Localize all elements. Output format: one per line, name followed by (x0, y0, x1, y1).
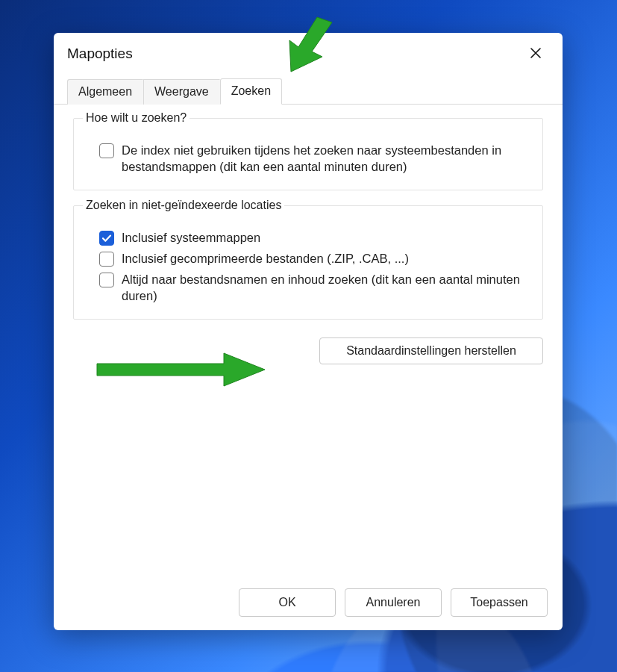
folder-options-dialog: Mapopties Algemeen Weergave Zoeken Hoe w… (54, 33, 563, 630)
dialog-title: Mapopties (67, 46, 133, 62)
desktop-background: Mapopties Algemeen Weergave Zoeken Hoe w… (0, 0, 617, 672)
group-non-indexed: Zoeken in niet-geïndexeerde locaties Inc… (73, 205, 543, 320)
dialog-footer: OK Annuleren Toepassen (54, 578, 563, 630)
ok-button[interactable]: OK (239, 588, 336, 617)
tab-strip: Algemeen Weergave Zoeken (54, 78, 563, 105)
restore-row: Standaardinstellingen herstellen (73, 335, 543, 364)
option-no-index: De index niet gebruiken tijdens het zoek… (84, 140, 532, 178)
apply-button[interactable]: Toepassen (451, 588, 548, 617)
cancel-button[interactable]: Annuleren (345, 588, 442, 617)
close-button[interactable] (522, 43, 549, 64)
option-always-names: Altijd naar bestandsnamen en inhoud zoek… (84, 269, 532, 307)
group-how-to-search: Hoe wilt u zoeken? De index niet gebruik… (73, 118, 543, 190)
group-how-to-search-legend: Hoe wilt u zoeken? (83, 111, 190, 125)
group-non-indexed-legend: Zoeken in niet-geïndexeerde locaties (83, 199, 284, 212)
label-no-index: De index niet gebruiken tijdens het zoek… (122, 142, 524, 175)
checkbox-always-names[interactable] (99, 273, 114, 287)
label-compressed: Inclusief gecomprimeerde bestanden (.ZIP… (122, 250, 409, 267)
search-panel: Hoe wilt u zoeken? De index niet gebruik… (54, 105, 563, 578)
checkbox-system-folders[interactable] (99, 231, 114, 246)
close-icon (530, 48, 541, 60)
label-always-names: Altijd naar bestandsnamen en inhoud zoek… (122, 271, 524, 305)
restore-defaults-button[interactable]: Standaardinstellingen herstellen (319, 337, 543, 364)
checkbox-compressed[interactable] (99, 252, 114, 267)
option-system-folders: Inclusief systeemmappen (84, 227, 532, 248)
label-system-folders: Inclusief systeemmappen (122, 229, 260, 246)
checkbox-no-index[interactable] (99, 143, 114, 158)
tab-view[interactable]: Weergave (143, 79, 220, 105)
tab-general[interactable]: Algemeen (67, 79, 143, 105)
option-compressed: Inclusief gecomprimeerde bestanden (.ZIP… (84, 248, 532, 269)
dialog-titlebar: Mapopties (54, 33, 563, 70)
tab-search[interactable]: Zoeken (220, 78, 282, 105)
